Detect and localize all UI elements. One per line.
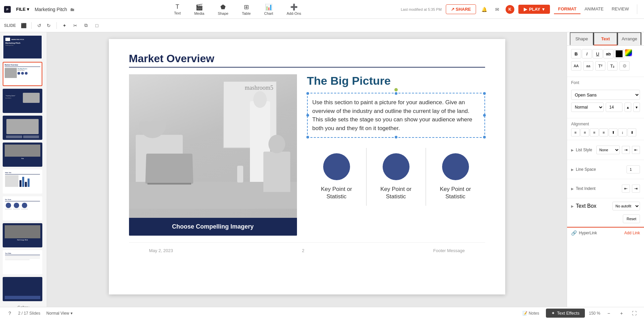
slide-thumb-5[interactable]: Title	[3, 143, 42, 167]
strikethrough-button[interactable]: ab	[603, 49, 613, 58]
addons-tool-button[interactable]: ➕ Add-Ons	[284, 2, 304, 17]
font-size-input[interactable]	[606, 103, 622, 112]
color-picker-button[interactable]	[625, 49, 632, 56]
notes-icon: 📝	[522, 311, 527, 316]
messages-button[interactable]: ✉	[493, 5, 502, 14]
text-size-large-button[interactable]: AA	[571, 61, 581, 71]
slide-thumb-6[interactable]: Slide Title	[3, 169, 42, 194]
list-style-row[interactable]: ▶ List Style None Bullet Number ⇥ ⇤	[571, 144, 640, 156]
biu-buttons: B I U ab	[571, 49, 632, 58]
valign-bottom-button[interactable]: ⬇	[628, 128, 636, 136]
line-space-input[interactable]	[627, 165, 640, 173]
valign-middle-button[interactable]: ↕	[618, 128, 627, 136]
align-left-button[interactable]: ≡	[571, 128, 580, 136]
slide-thumb-1[interactable]: MARKETING PITCH Marketing Pitch Subtitle…	[3, 35, 42, 59]
slide-thumb-wrapper-2: 2 Market Overview The Big Picture Use th…	[3, 62, 44, 86]
text-size-small-button[interactable]: aa	[583, 61, 593, 71]
zoom-level: 150 %	[589, 311, 600, 316]
resize-handle-tc[interactable]	[395, 92, 397, 95]
hyperlink-icon: 🔗	[571, 230, 577, 236]
text-box-selected[interactable]: Use this section to paint a picture for …	[307, 93, 485, 138]
text-effects-button[interactable]: ✦ Text Effects	[546, 309, 585, 318]
indent-decrease-button[interactable]: ⇤	[622, 185, 630, 193]
slide-image[interactable]: mashroom5	[129, 74, 297, 236]
slide-view-toggle[interactable]: ⬛	[19, 21, 28, 30]
notes-button[interactable]: 📝 Notes	[520, 310, 542, 317]
table-tool-button[interactable]: ⊞ Table	[239, 2, 253, 17]
line-space-row[interactable]: ▶ Line Space	[571, 163, 640, 175]
underline-button[interactable]: U	[593, 49, 603, 58]
resize-handle-mr[interactable]	[483, 114, 486, 117]
format-tab[interactable]: FORMAT	[554, 4, 581, 14]
resize-handle-br[interactable]	[483, 136, 486, 138]
add-link-button[interactable]: Add Link	[624, 231, 640, 235]
resize-handle-tl[interactable]	[306, 92, 309, 95]
resize-handle-tr[interactable]	[483, 92, 486, 95]
media-tool-button[interactable]: 🎬 Media	[191, 2, 207, 17]
text-indent-row[interactable]: ▶ Text Indent ⇤ ⇥	[571, 183, 640, 195]
resize-handle-bc[interactable]	[395, 136, 397, 138]
cut-button[interactable]: ✂	[71, 21, 80, 30]
slide-thumb-7[interactable]: Our Team	[3, 196, 42, 221]
list-outdent-button[interactable]: ⇤	[632, 146, 640, 154]
help-button[interactable]: ?	[5, 309, 14, 318]
resize-handle-ml[interactable]	[306, 114, 309, 117]
review-tab[interactable]: REVIEW	[608, 4, 633, 14]
font-color-button[interactable]	[614, 49, 624, 58]
autofit-select[interactable]: No autofit Autofit Shrink text	[612, 202, 640, 210]
view-mode-button[interactable]: Normal View ▾	[44, 310, 75, 317]
user-avatar-button[interactable]: K	[506, 5, 514, 14]
align-center-button[interactable]: ≡	[581, 128, 589, 136]
slide-thumb-8[interactable]: Dark Image Slide	[3, 223, 42, 247]
text-style-select[interactable]: Normal Heading 1 Heading 2	[571, 103, 604, 112]
zoom-out-button[interactable]: −	[604, 309, 613, 318]
align-justify-button[interactable]: ≡	[599, 128, 608, 136]
font-size-up-button[interactable]: ▲	[625, 103, 631, 112]
undo-button[interactable]: ↺	[35, 21, 44, 30]
list-style-select[interactable]: None Bullet Number	[596, 146, 620, 154]
stat-item-3: Key Point orStatistic	[426, 148, 485, 206]
slide-thumb-wrapper-10: 10	[3, 277, 44, 301]
slide-thumb-9[interactable]: Text Slide	[3, 250, 42, 274]
slide-header: Market Overview	[129, 52, 485, 68]
text-tool-button[interactable]: T Text	[171, 2, 183, 16]
bw-office-scene: mashroom5	[129, 74, 297, 236]
align-right-button[interactable]: ≡	[590, 128, 599, 136]
resize-handle-bl[interactable]	[306, 136, 309, 138]
font-select[interactable]: Open Sans Arial Times New Roman	[571, 90, 640, 100]
shape-tool-button[interactable]: ⬟ Shape	[215, 2, 231, 17]
rpanel-tab-text[interactable]: Text	[594, 32, 617, 45]
rpanel-tab-arrange[interactable]: Arrange	[617, 32, 641, 45]
superscript-button[interactable]: T²	[595, 61, 605, 71]
slide-thumb-3[interactable]: "Inspiring Quote" Quote Author	[3, 89, 42, 113]
subscript-button[interactable]: T₂	[607, 61, 617, 71]
rotation-handle[interactable]	[394, 88, 398, 91]
indent-increase-button[interactable]: ⇥	[632, 185, 640, 193]
share-button[interactable]: ↗ SHARE	[446, 4, 476, 14]
canvas-area[interactable]: Market Overview mashroom5	[47, 32, 567, 307]
paint-format-button[interactable]: ✦	[60, 21, 69, 30]
copy-button[interactable]: ⧉	[82, 21, 90, 30]
slide-thumb-4[interactable]	[3, 116, 42, 140]
chart-tool-button[interactable]: 📊 Chart	[261, 2, 276, 17]
redo-button[interactable]: ↻	[44, 21, 53, 30]
play-button[interactable]: ▶ PLAY ▾	[518, 5, 550, 14]
rpanel-tab-shape[interactable]: Shape	[570, 32, 594, 45]
font-size-down-button[interactable]: ▼	[633, 103, 640, 112]
file-button[interactable]: FILE ▾	[13, 5, 32, 13]
zoom-in-button[interactable]: +	[617, 309, 626, 318]
slide-thumb-2[interactable]: Market Overview The Big Picture Use this…	[3, 62, 42, 86]
slide-thumb-10[interactable]	[3, 277, 42, 301]
paste-button[interactable]: □	[92, 21, 101, 30]
bold-button[interactable]: B	[571, 49, 581, 58]
list-indent-button[interactable]: ⇥	[622, 146, 630, 154]
font-settings-button[interactable]: ⚙	[619, 61, 630, 71]
fullscreen-button[interactable]: ⛶	[630, 309, 639, 318]
media-icon: 🎬	[196, 3, 203, 11]
valign-top-button[interactable]: ⬆	[609, 128, 617, 136]
animate-tab[interactable]: ANIMATE	[581, 4, 608, 14]
notifications-button[interactable]: 🔔	[480, 5, 489, 14]
italic-button[interactable]: I	[582, 49, 592, 58]
reset-button[interactable]: Reset	[623, 214, 640, 223]
body-text[interactable]: Use this section to paint a picture for …	[312, 98, 480, 132]
